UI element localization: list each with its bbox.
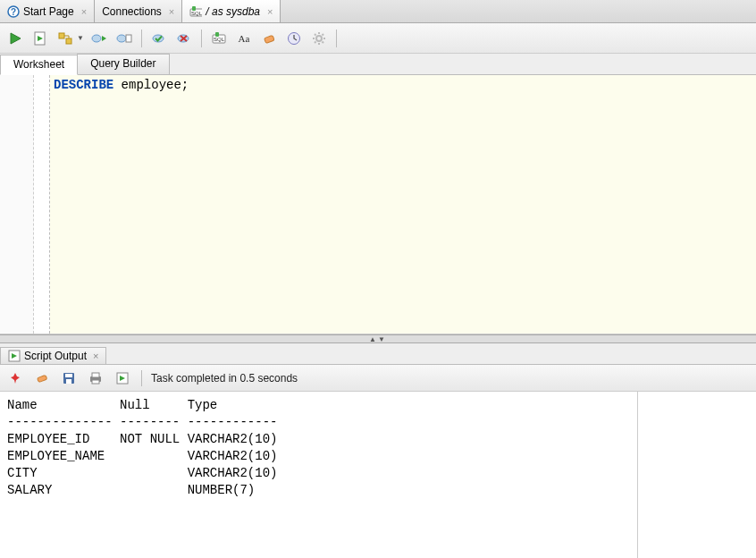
output-toolbar: Task completed in 0.5 seconds <box>0 365 756 392</box>
svg-rect-38 <box>92 373 99 377</box>
close-icon[interactable]: × <box>169 6 174 17</box>
output-side-panel <box>638 392 756 558</box>
close-icon[interactable]: × <box>267 6 273 17</box>
splitter-arrows-icon: ▲▼ <box>369 335 387 343</box>
code-content[interactable]: DESCRIBE employee; <box>50 75 756 334</box>
sql-icon: SQL <box>189 5 202 18</box>
svg-rect-8 <box>59 33 64 38</box>
unshared-sql-icon[interactable]: SQL <box>209 29 229 48</box>
sub-tab-query-builder[interactable]: Query Builder <box>77 54 169 74</box>
worksheet-sub-tabs: Worksheet Query Builder <box>0 54 756 75</box>
close-icon[interactable]: × <box>93 351 98 361</box>
svg-line-28 <box>322 41 323 43</box>
svg-line-29 <box>315 41 316 43</box>
separator <box>201 30 202 47</box>
clear-icon[interactable] <box>259 29 279 48</box>
sql-text: employee; <box>113 78 189 92</box>
svg-text:Aa: Aa <box>239 33 250 44</box>
settings-icon[interactable] <box>309 29 329 48</box>
separator <box>141 370 142 386</box>
sql-editor[interactable]: DESCRIBE employee; <box>0 75 756 334</box>
case-icon[interactable]: Aa <box>234 29 254 48</box>
svg-point-22 <box>316 36 322 41</box>
sub-tab-worksheet[interactable]: Worksheet <box>0 55 78 75</box>
tab-connections[interactable]: Connections × <box>95 0 182 22</box>
close-icon[interactable]: × <box>81 6 87 17</box>
separator <box>336 30 337 47</box>
svg-marker-5 <box>11 33 21 44</box>
svg-rect-33 <box>38 375 47 382</box>
output-tab-label: Script Output <box>24 350 87 362</box>
print-icon[interactable] <box>86 368 105 388</box>
sql-keyword: DESCRIBE <box>54 78 113 92</box>
svg-rect-36 <box>66 379 71 384</box>
tab-script-output[interactable]: Script Output × <box>0 347 106 364</box>
svg-line-30 <box>322 34 323 36</box>
tab-label: Start Page <box>23 5 74 18</box>
describe-output[interactable]: Name Null Type -------------- -------- -… <box>0 392 638 558</box>
run-script-icon[interactable] <box>30 29 50 48</box>
run-output-icon[interactable] <box>113 368 132 388</box>
svg-rect-39 <box>92 380 99 384</box>
svg-rect-13 <box>126 35 131 42</box>
script-output-icon <box>8 350 21 362</box>
svg-point-12 <box>117 35 126 42</box>
rollback-icon[interactable] <box>174 29 194 48</box>
tab-label: Connections <box>102 5 162 18</box>
sql-tuning-icon[interactable] <box>114 29 134 48</box>
pin-icon[interactable] <box>5 368 25 388</box>
svg-text:SQL: SQL <box>191 11 202 16</box>
explain-plan-icon <box>55 29 75 48</box>
svg-text:SQL: SQL <box>214 37 225 42</box>
editor-margin <box>34 75 50 334</box>
svg-text:?: ? <box>11 7 16 17</box>
commit-icon[interactable] <box>149 29 169 48</box>
autotrace-icon[interactable] <box>89 29 109 48</box>
sql-history-icon[interactable] <box>284 29 304 48</box>
sub-tab-label: Query Builder <box>90 57 155 70</box>
run-icon[interactable] <box>5 29 25 48</box>
save-icon[interactable] <box>59 368 79 388</box>
editor-gutter <box>0 75 34 334</box>
task-status-text: Task completed in 0.5 seconds <box>151 372 298 385</box>
output-panel: Name Null Type -------------- -------- -… <box>0 392 756 558</box>
svg-line-27 <box>315 34 316 36</box>
svg-marker-11 <box>102 36 106 41</box>
tab-label: / as sysdba <box>206 5 260 18</box>
svg-rect-9 <box>66 38 71 44</box>
pane-splitter[interactable]: ▲▼ <box>0 334 756 343</box>
separator <box>141 30 142 47</box>
output-tab-bar: Script Output × <box>0 343 756 365</box>
svg-point-10 <box>92 35 101 42</box>
chevron-down-icon: ▼ <box>77 34 84 42</box>
explain-plan-dropdown[interactable]: ▼ <box>55 29 84 48</box>
question-icon: ? <box>7 5 20 18</box>
clear-output-icon[interactable] <box>32 368 52 388</box>
document-tab-bar: ? Start Page × Connections × SQL / as sy… <box>0 0 756 23</box>
tab-start-page[interactable]: ? Start Page × <box>0 0 95 22</box>
tab-worksheet-sysdba[interactable]: SQL / as sysdba × <box>182 0 281 22</box>
sub-tab-label: Worksheet <box>13 58 64 71</box>
worksheet-toolbar: ▼ SQL Aa <box>0 23 756 54</box>
svg-rect-20 <box>265 35 274 43</box>
svg-rect-35 <box>65 374 72 377</box>
